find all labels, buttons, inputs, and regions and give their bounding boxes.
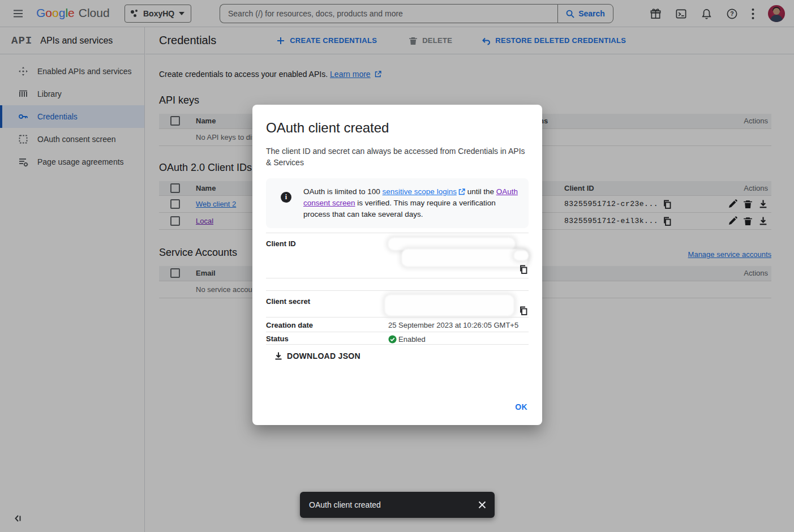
check-circle-icon <box>388 335 397 344</box>
dialog-title: OAuth client created <box>266 120 529 136</box>
notice-box: i OAuth is limited to 100 sensitive scop… <box>266 178 529 228</box>
google-cloud-console: Google Cloud BoxyHQ Search <box>0 0 794 532</box>
client-id-label: Client ID <box>266 233 388 278</box>
toast: OAuth client created <box>300 492 495 518</box>
copy-client-secret-icon[interactable] <box>519 306 528 315</box>
client-id-redacted <box>388 238 515 250</box>
notice-pre: OAuth is limited to 100 <box>303 187 383 196</box>
creation-date-row: Creation date 25 September 2023 at 10:26… <box>266 317 529 332</box>
ok-button[interactable]: OK <box>515 402 527 411</box>
download-json-button[interactable]: DOWNLOAD JSON <box>274 351 360 361</box>
client-secret-row: Client secret <box>266 290 529 317</box>
creation-date-label: Creation date <box>266 318 388 332</box>
creation-date-value: 25 September 2023 at 10:26:05 GMT+5 <box>388 318 529 332</box>
client-secret-redacted <box>385 295 514 316</box>
close-icon[interactable] <box>478 500 487 509</box>
status-label: Status <box>266 332 388 344</box>
status-value: Enabled <box>398 335 426 344</box>
info-icon: i <box>281 192 291 203</box>
copy-client-id-icon[interactable] <box>519 265 528 274</box>
download-icon <box>274 351 283 361</box>
spacer-row <box>266 278 529 290</box>
notice-text: OAuth is limited to 100 sensitive scope … <box>303 186 520 220</box>
client-id-redacted <box>514 251 529 260</box>
client-id-redacted <box>402 249 527 267</box>
status-row: Status Enabled <box>266 332 529 345</box>
sensitive-scope-logins-link[interactable]: sensitive scope logins <box>383 187 457 196</box>
client-id-row: Client ID <box>266 233 529 278</box>
dialog-fields: Client ID Client secret <box>266 233 529 345</box>
download-json-label: DOWNLOAD JSON <box>287 351 360 361</box>
toast-message: OAuth client created <box>309 500 478 509</box>
dialog-subtitle: The client ID and secret can always be a… <box>266 145 529 168</box>
client-secret-label: Client secret <box>266 291 388 317</box>
oauth-client-created-dialog: OAuth client created The client ID and s… <box>252 105 542 425</box>
notice-mid: until the <box>465 187 496 196</box>
external-link-icon <box>458 188 465 195</box>
